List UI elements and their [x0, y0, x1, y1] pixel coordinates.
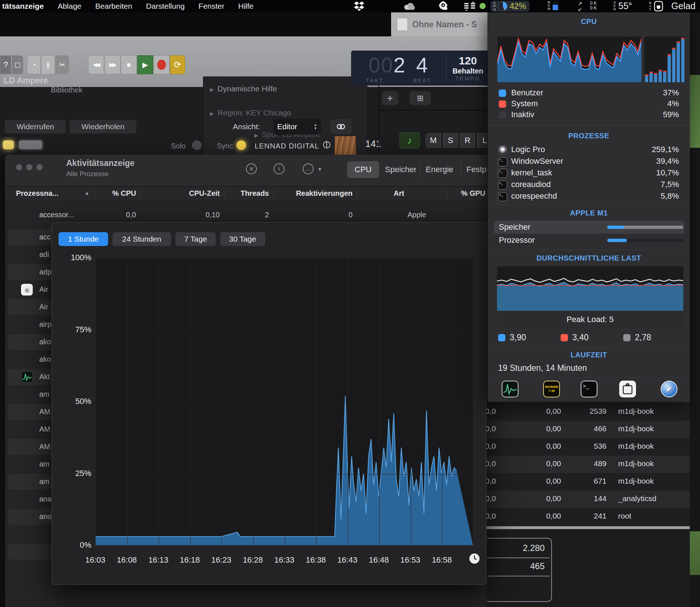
- stepper-icon[interactable]: ▲▼: [314, 123, 317, 130]
- table-row[interactable]: 0,00,00671m1dj-book: [486, 473, 700, 491]
- tab-speicher[interactable]: Speicher: [385, 165, 417, 174]
- play-button[interactable]: ▶: [137, 55, 153, 74]
- sensor-widget[interactable]: SEN 55°: [613, 1, 632, 11]
- solo-knob[interactable]: [192, 140, 202, 150]
- duplicate-track-button[interactable]: ⊞: [409, 91, 431, 106]
- table-row[interactable]: 0,00,00466m1dj-book: [486, 421, 700, 438]
- process-row-label[interactable]: acc: [39, 233, 51, 241]
- process-row-label[interactable]: am: [39, 390, 49, 398]
- scale-dock-icon[interactable]: [619, 381, 636, 397]
- info-icon[interactable]: i: [274, 163, 285, 174]
- process-row[interactable]: >_corespeechd5,8%: [488, 191, 690, 202]
- range-button[interactable]: 7 Tage: [175, 232, 216, 246]
- disclosure-icon[interactable]: ▶: [210, 87, 214, 92]
- pill-button[interactable]: [19, 140, 42, 149]
- stacks-icon[interactable]: [464, 1, 477, 12]
- memory-row[interactable]: Speicher: [494, 221, 684, 234]
- quit-process-icon[interactable]: ✕: [246, 163, 257, 174]
- process-row-label[interactable]: ano: [39, 512, 51, 521]
- battery-widget[interactable]: BAT: [649, 1, 664, 12]
- table-row[interactable]: accessor... 0,0 0,10 2 0 Apple: [5, 208, 489, 224]
- zoom-button[interactable]: [36, 164, 43, 170]
- glow-pill[interactable]: [3, 140, 14, 149]
- redo-button[interactable]: Wiederholen: [69, 119, 137, 134]
- bypass-icon[interactable]: [322, 140, 331, 151]
- cpu-menu-widget[interactable]: CPU 42%: [490, 1, 529, 12]
- process-row[interactable]: >_coreaudiod7,5%: [488, 180, 690, 190]
- link-button[interactable]: [330, 119, 352, 135]
- lcd-display[interactable]: 0024 TAKTBEAT 120 Behalten TEMPO: [351, 51, 489, 86]
- track-button-r[interactable]: R: [460, 133, 475, 148]
- plugin-name[interactable]: LENNAD DIGITAL: [255, 142, 319, 150]
- status-dot-icon[interactable]: [480, 3, 486, 9]
- track-button-m[interactable]: M: [426, 133, 441, 148]
- tuner-icon[interactable]: ◔: [27, 55, 41, 74]
- processor-row[interactable]: Prozessor: [494, 234, 684, 247]
- minimize-button[interactable]: [26, 164, 32, 170]
- cpu-history-popup[interactable]: 1 Stunde24 Stunden7 Tage30 Tage 100%75%5…: [52, 222, 486, 585]
- process-row-label[interactable]: AM: [39, 425, 50, 433]
- process-row-label[interactable]: am: [39, 460, 49, 468]
- disclosure-icon[interactable]: ▶: [254, 132, 258, 138]
- app-menu[interactable]: tätsanzeige: [2, 2, 44, 11]
- process-row[interactable]: Logic Pro259,1%: [488, 145, 690, 155]
- warning-dock-icon[interactable]: WARNIN7:36: [543, 381, 560, 397]
- terminal-dock-icon[interactable]: >_: [581, 381, 597, 397]
- scissors-icon[interactable]: ✂: [55, 55, 69, 74]
- process-row-label[interactable]: Akt: [39, 373, 50, 381]
- sort-caret-icon[interactable]: ▲: [84, 190, 90, 196]
- view-dropdown[interactable]: Editor ▲▼: [274, 119, 321, 135]
- undo-button[interactable]: Widerrufen: [4, 119, 66, 134]
- track-type-icon[interactable]: ♪: [399, 132, 420, 148]
- tab-energie[interactable]: Energie: [426, 165, 453, 174]
- process-row-label[interactable]: am: [39, 477, 49, 486]
- network-arrows-icon[interactable]: ↗↙: [578, 1, 582, 12]
- range-button[interactable]: 30 Tage: [220, 232, 265, 246]
- help-button[interactable]: ?: [0, 55, 11, 74]
- process-row-label[interactable]: AM: [39, 443, 50, 451]
- process-row-label[interactable]: ako: [39, 355, 51, 364]
- help-row[interactable]: ▶Region: KEY Chicago: [210, 108, 291, 117]
- table-row[interactable]: 0,00,002539m1dj-book: [486, 403, 700, 421]
- mem-menu-widget[interactable]: MEM: [548, 1, 558, 11]
- sync-knob[interactable]: [236, 140, 246, 150]
- more-options-icon[interactable]: …: [303, 163, 314, 174]
- table-row[interactable]: 0,00,00536m1dj-book: [486, 438, 700, 456]
- close-button[interactable]: [16, 164, 22, 170]
- process-row[interactable]: >_WindowServer39,4%: [488, 156, 690, 167]
- menu-item[interactable]: Bearbeiten: [95, 2, 132, 11]
- process-row-label[interactable]: AM: [39, 408, 50, 416]
- tab-cpu[interactable]: CPU: [347, 161, 379, 178]
- table-row[interactable]: 0,00,00144_analyticsd: [486, 491, 700, 508]
- camo-icon[interactable]: [437, 1, 449, 13]
- disclosure-icon[interactable]: ▶: [210, 111, 214, 116]
- track-button-s[interactable]: S: [443, 133, 458, 148]
- range-button[interactable]: 1 Stunde: [59, 232, 108, 246]
- process-row-label[interactable]: airp: [39, 320, 51, 329]
- library-label[interactable]: Bibliothek: [51, 86, 83, 94]
- process-row-label[interactable]: Air: [39, 285, 48, 294]
- process-row-label[interactable]: ako: [39, 338, 51, 346]
- table-header[interactable]: Prozessna... ▲ % CPU CPU-Zeit Threads Re…: [5, 187, 489, 201]
- logic-titlebar[interactable]: Ohne Namen - S: [391, 12, 489, 36]
- mixer-icon[interactable]: ⫵: [41, 55, 55, 74]
- cycle-button[interactable]: ⟳: [170, 55, 185, 74]
- compass-dock-icon[interactable]: [661, 381, 677, 397]
- process-row-label[interactable]: ana: [39, 495, 51, 503]
- table-row[interactable]: 0,00,00241root: [486, 508, 700, 525]
- stop-button[interactable]: ■: [121, 55, 137, 74]
- checklist-button[interactable]: ▢: [12, 55, 23, 74]
- onedrive-icon[interactable]: [403, 2, 416, 12]
- process-row-label[interactable]: Air: [39, 303, 48, 311]
- activity-dock-icon[interactable]: [502, 381, 518, 397]
- process-row[interactable]: >_kernel_task10,7%: [488, 168, 690, 178]
- clock-icon[interactable]: [469, 553, 480, 566]
- menu-item[interactable]: Ablage: [57, 2, 81, 11]
- menu-item[interactable]: Hilfe: [238, 2, 254, 11]
- dropbox-icon[interactable]: [354, 1, 365, 13]
- network-rates[interactable]: 0 K0 K: [590, 1, 597, 11]
- chevron-down-icon[interactable]: ▼: [317, 166, 322, 172]
- rewind-button[interactable]: ◀◀: [88, 55, 104, 74]
- range-button[interactable]: 24 Stunden: [112, 232, 171, 246]
- process-row-label[interactable]: adi: [39, 250, 49, 259]
